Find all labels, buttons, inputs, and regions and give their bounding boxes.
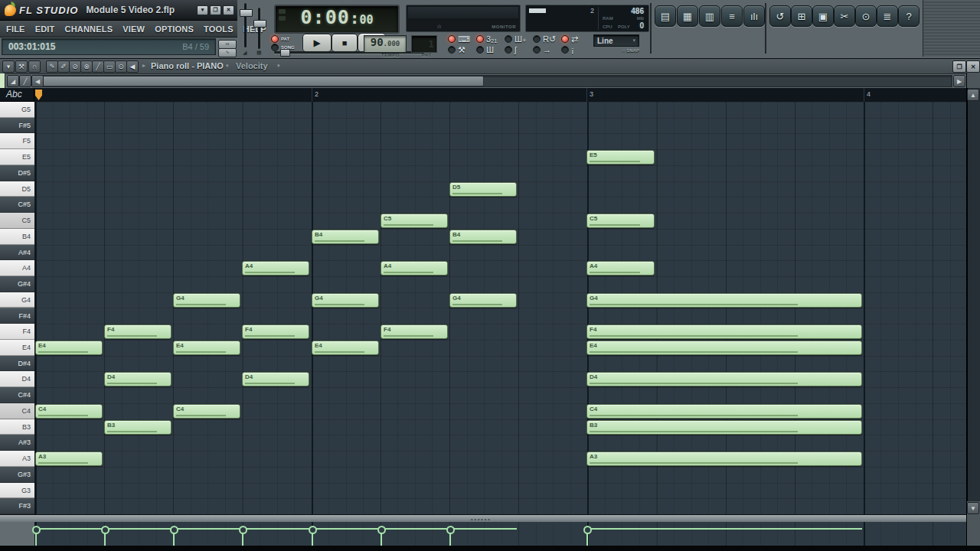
velocity-handle[interactable] <box>101 526 109 534</box>
stop-button[interactable]: ■ <box>332 34 358 52</box>
mute-tool-button[interactable]: ⊗ <box>80 60 93 73</box>
playlist-button[interactable]: ▤ <box>655 5 676 27</box>
velocity-handle[interactable] <box>239 526 247 534</box>
note-D4[interactable]: D4 <box>104 372 172 386</box>
shuffle-slider-handle[interactable] <box>280 49 290 57</box>
step-sequencer-button[interactable]: ▦ <box>677 5 698 27</box>
piano-key-Gs3[interactable]: G#3 <box>0 467 34 483</box>
overdub-led[interactable] <box>561 35 569 43</box>
tools-wrench-button[interactable]: ⚒ <box>448 46 466 54</box>
pattern-mode-row[interactable]: PAT <box>271 35 289 43</box>
pat-led[interactable] <box>271 35 279 43</box>
time-display[interactable]: 0:00:00 <box>274 5 400 34</box>
horizontal-scrollbar-thumb[interactable] <box>38 76 484 86</box>
loop-record-button[interactable]: R↺ <box>533 35 556 43</box>
master-pitch-slider[interactable] <box>253 20 266 28</box>
note-C4[interactable]: C4 <box>586 404 862 419</box>
menu-file[interactable]: FILE <box>6 24 25 34</box>
note-C5[interactable]: C5 <box>586 214 655 228</box>
paint-brush-tool-button[interactable]: ✐ <box>57 60 70 73</box>
piano-key-Cs5[interactable]: C#5 <box>0 197 34 213</box>
menu-view[interactable]: VIEW <box>122 24 145 34</box>
countdown-before-recording-button[interactable]: 3₂₁ <box>476 35 497 43</box>
note-C5[interactable]: C5 <box>381 214 448 228</box>
note-C4[interactable]: C4 <box>35 404 103 419</box>
piano-key-G3[interactable]: G3 <box>0 483 34 499</box>
piano-key-A4[interactable]: A4 <box>0 260 34 276</box>
piano-key-A3[interactable]: A3 <box>0 451 34 467</box>
piano-key-E4[interactable]: E4 <box>0 340 34 356</box>
menu-edit[interactable]: EDIT <box>35 24 55 34</box>
help-button[interactable]: ? <box>898 5 920 27</box>
piano-key-G4[interactable]: G4 <box>0 292 34 308</box>
vscroll-down-button[interactable]: ▼ <box>967 502 979 514</box>
velocity-handle[interactable] <box>32 526 41 534</box>
piano-key-Ds4[interactable]: D#4 <box>0 356 34 372</box>
note-B3[interactable]: B3 <box>104 420 172 435</box>
select-tool-button[interactable]: ▭ <box>103 60 116 73</box>
plugin-picker-button[interactable]: ⊙ <box>855 5 877 27</box>
note-A4[interactable]: A4 <box>381 261 448 276</box>
scroll-right-button[interactable]: ▶ <box>953 75 965 87</box>
menu-channels[interactable]: CHANNELS <box>65 24 113 34</box>
minimize-button[interactable]: ▾ <box>197 5 208 15</box>
portamento-tool-button[interactable]: ╱ <box>19 75 31 87</box>
note-E4[interactable]: E4 <box>312 341 379 355</box>
note-A4[interactable]: A4 <box>586 261 655 276</box>
note-A4[interactable]: A4 <box>242 261 309 276</box>
piano-key-F5[interactable]: F5 <box>0 133 34 149</box>
draw-pencil-tool-button[interactable]: ✎ <box>46 60 58 73</box>
velocity-handle[interactable] <box>583 526 592 534</box>
song-led[interactable] <box>271 44 279 51</box>
wait-for-input-led[interactable] <box>476 46 484 54</box>
loop-record-led[interactable] <box>533 35 541 43</box>
piano-key-C4[interactable]: C4 <box>0 403 34 419</box>
note-E4[interactable]: E4 <box>173 341 240 355</box>
tempo-display[interactable]: 90 .000 <box>364 35 407 53</box>
piano-key-As4[interactable]: A#4 <box>0 245 34 261</box>
zoom-tool-button[interactable]: ⊙ <box>115 60 127 73</box>
typing-keyboard-to-piano-button[interactable]: ⌨ <box>448 35 470 43</box>
main-snap-selector[interactable]: Line ▾ <box>593 34 639 47</box>
metronome-button[interactable]: Ш₊ <box>505 35 527 43</box>
note-D4[interactable]: D4 <box>586 372 862 386</box>
note-F4[interactable]: F4 <box>381 324 448 339</box>
pattern-display[interactable]: 1 <box>411 35 437 53</box>
piano-roll-button[interactable]: ▥ <box>699 5 720 27</box>
velocity-handle[interactable] <box>170 526 178 534</box>
main-menu-button[interactable]: ▾ <box>2 60 15 73</box>
project-notes-button[interactable]: ≣ <box>877 5 898 27</box>
multilink-controllers-led[interactable] <box>561 46 569 54</box>
save-new-version-button[interactable]: ⊞ <box>791 5 812 27</box>
note-F4[interactable]: F4 <box>242 324 309 339</box>
play-button[interactable]: ▶ <box>302 34 332 52</box>
mixer-button[interactable]: ılı <box>743 5 765 27</box>
note-D5[interactable]: D5 <box>449 182 517 197</box>
menu-options[interactable]: OPTIONS <box>155 24 194 34</box>
menu-tools[interactable]: TOOLS <box>204 24 234 34</box>
slide-tool-button[interactable]: ◢ <box>7 75 19 87</box>
master-volume-slider[interactable] <box>240 9 253 17</box>
vertical-scrollbar-track[interactable] <box>967 88 980 501</box>
piano-key-B4[interactable]: B4 <box>0 229 34 245</box>
snap-magnet-button[interactable]: ∩ <box>28 60 41 73</box>
note-G4[interactable]: G4 <box>312 293 379 308</box>
note-B4[interactable]: B4 <box>312 230 379 244</box>
piano-key-Fs3[interactable]: F#3 <box>0 498 34 514</box>
close-button[interactable]: ✕ <box>223 5 234 15</box>
piano-roll-restore-button[interactable]: ❐ <box>952 60 966 73</box>
text-events-label[interactable]: Abc <box>0 88 34 102</box>
recording-filter-led[interactable] <box>505 46 512 54</box>
piano-key-Cs4[interactable]: C#4 <box>0 387 34 403</box>
vscroll-up-button[interactable]: ▲ <box>967 89 979 101</box>
piano-key-E5[interactable]: E5 <box>0 149 34 165</box>
edison-cut-button[interactable]: ✂ <box>834 5 855 27</box>
step-edit-led[interactable] <box>533 46 541 54</box>
note-B3[interactable]: B3 <box>586 420 862 435</box>
lane-selector[interactable]: Velocity <box>236 61 268 70</box>
step-edit-button[interactable]: → <box>533 46 551 54</box>
piano-roll-title[interactable]: Piano roll - PIANO <box>151 61 224 70</box>
metronome-led[interactable] <box>505 35 512 43</box>
note-grid[interactable]: E4C4A3F4D4B3G4E4C4A4F4D4B4G4E4C5A4F4D5B4… <box>35 102 966 514</box>
velocity-handle[interactable] <box>309 526 317 534</box>
